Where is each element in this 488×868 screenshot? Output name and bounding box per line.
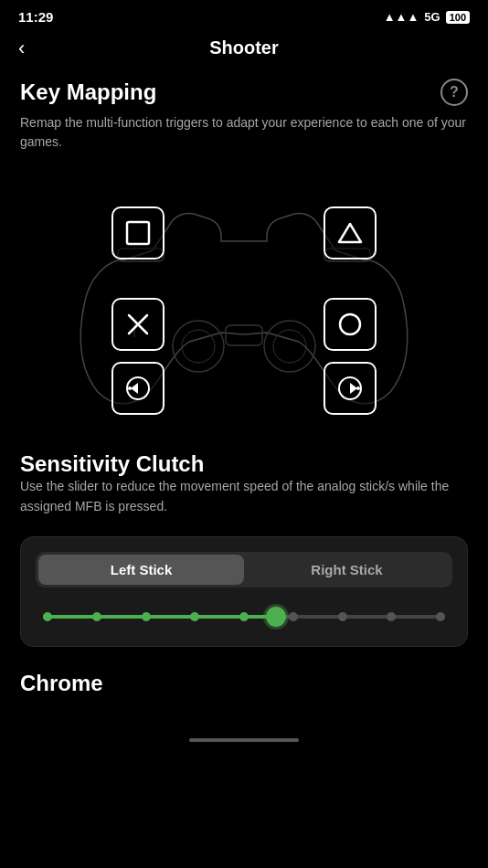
slider-container[interactable] <box>36 606 452 628</box>
square-button[interactable] <box>111 206 164 259</box>
tab-right-stick[interactable]: Right Stick <box>244 555 450 585</box>
svg-point-3 <box>273 330 306 363</box>
tab-row: Left Stick Right Stick <box>36 552 452 587</box>
slider-dot-4 <box>190 612 199 621</box>
tab-left-stick[interactable]: Left Stick <box>38 555 244 585</box>
left-trigger-button[interactable] <box>111 362 164 415</box>
slider-dot-9 <box>436 612 445 621</box>
battery-badge: 100 <box>446 11 470 24</box>
circle-button[interactable] <box>324 298 377 351</box>
status-time: 11:29 <box>18 9 53 25</box>
svg-rect-8 <box>127 222 149 244</box>
sensitivity-card: Left Stick Right Stick <box>20 536 468 647</box>
svg-point-15 <box>356 386 360 390</box>
svg-point-2 <box>264 321 315 372</box>
chrome-section-peek: Chrome <box>20 671 468 705</box>
back-button[interactable]: ‹ <box>18 38 25 58</box>
main-content: Key Mapping ? Remap the multi-function t… <box>0 69 488 724</box>
cross-button[interactable] <box>111 298 164 351</box>
slider-dot-5 <box>239 612 249 621</box>
slider-dot-7 <box>338 612 347 621</box>
slider-track <box>43 615 445 619</box>
top-nav: ‹ Shooter <box>0 30 488 69</box>
slider-dot-6 <box>289 612 298 621</box>
svg-point-11 <box>340 314 360 334</box>
key-mapping-desc: Remap the multi-function triggers to ada… <box>20 113 468 152</box>
svg-rect-5 <box>226 325 262 345</box>
chrome-title: Chrome <box>20 671 103 695</box>
key-mapping-header: Key Mapping ? <box>20 79 468 106</box>
network-type: 5G <box>424 10 440 24</box>
bottom-indicator <box>189 738 299 742</box>
status-right: ▲▲▲ 5G 100 <box>384 10 470 24</box>
svg-point-13 <box>128 386 132 390</box>
slider-dot-3 <box>142 612 151 621</box>
slider-dot-1 <box>43 612 52 621</box>
svg-point-1 <box>182 330 215 363</box>
right-trigger-button[interactable] <box>324 362 377 415</box>
status-bar: 11:29 ▲▲▲ 5G 100 <box>0 0 488 30</box>
page-title: Shooter <box>209 37 279 58</box>
sensitivity-clutch-section: Sensitivity Clutch Use the slider to red… <box>20 451 468 647</box>
signal-icon: ▲▲▲ <box>384 10 419 24</box>
slider-dot-8 <box>387 612 396 621</box>
slider-thumb[interactable] <box>266 607 286 627</box>
help-icon[interactable]: ? <box>440 79 468 106</box>
svg-point-0 <box>173 321 224 372</box>
slider-dot-2 <box>92 612 101 621</box>
controller-area <box>20 168 468 424</box>
slider-dots <box>43 612 445 621</box>
sensitivity-clutch-title: Sensitivity Clutch <box>20 451 204 476</box>
triangle-button[interactable] <box>324 206 377 259</box>
key-mapping-title: Key Mapping <box>20 79 156 105</box>
sensitivity-clutch-desc: Use the slider to reduce the movement sp… <box>20 477 468 516</box>
